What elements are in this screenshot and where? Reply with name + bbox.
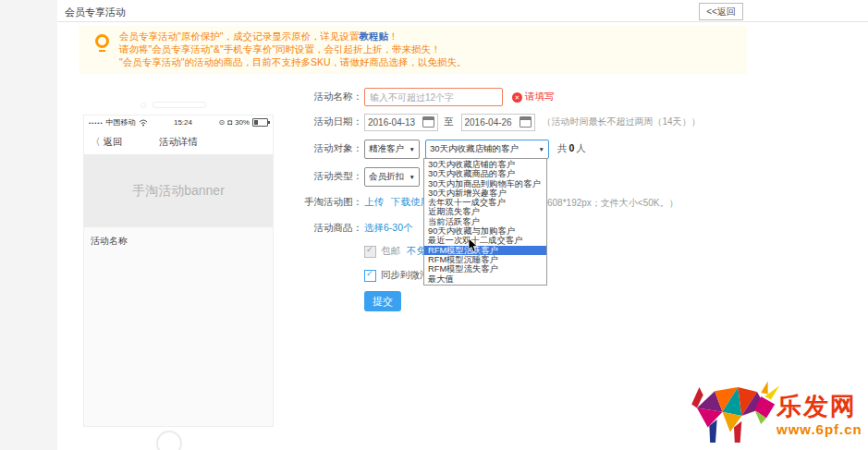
activity-type-label: 活动类型： xyxy=(288,170,362,183)
notice-line-1-text: 会员专享活动"原价保护"，成交记录显示原价，详见设置 xyxy=(119,30,359,42)
target-type-select[interactable]: 精准客户 ▼ xyxy=(364,140,420,159)
banner-image-note: 608*192px；文件大小<50K。） xyxy=(547,197,678,210)
activity-date-row: 活动日期： 2016-04-13 至 2016-04-26 （活动时间最长不超过… xyxy=(288,112,701,132)
sync-weitao-checkbox[interactable] xyxy=(364,270,376,282)
select-products-link[interactable]: 选择6-30个 xyxy=(364,222,413,235)
page-title: 会员专享活动 xyxy=(65,6,126,19)
watermark-brand: 乐发网 xyxy=(776,390,857,423)
battery-percent: 30% xyxy=(235,118,250,127)
dropdown-option[interactable]: RFM模型流失客户 xyxy=(424,264,546,274)
notice-box: 会员专享活动"原价保护"，成交记录显示原价，详见设置教程贴！ 请勿将"会员专享活… xyxy=(79,26,747,74)
dropdown-option[interactable]: 去年双十一成交客户 xyxy=(424,198,546,207)
count-suffix: 人 xyxy=(576,142,586,153)
submit-button[interactable]: 提交 xyxy=(364,291,401,311)
mouse-cursor-icon xyxy=(468,238,479,253)
phone-speaker xyxy=(153,102,206,108)
activity-name-label: 活动名称： xyxy=(288,91,362,103)
phone-content-area: 活动名称 xyxy=(84,227,273,426)
date-note: （活动时间最长不超过两周（14天）） xyxy=(543,116,701,128)
watermark-url: www.6pf.cn xyxy=(776,421,862,437)
activity-date-label: 活动日期： xyxy=(288,116,362,128)
end-date-input[interactable]: 2016-04-26 xyxy=(461,114,535,131)
carrier-label: 中国移动 xyxy=(106,117,136,128)
activity-type-row: 活动类型： 会员折扣 ▼ xyxy=(288,166,420,187)
start-date-input[interactable]: 2016-04-13 xyxy=(364,114,438,131)
start-date-value: 2016-04-13 xyxy=(368,117,415,128)
banner-image-row: 手淘活动图： 上传 下载使用图 xyxy=(288,192,440,213)
notice-line-2: 请勿将"会员专享活动"&"手机专享价"同时设置，会引起折上折，带来损失！ xyxy=(119,43,440,56)
dropdown-option[interactable]: 30天内收藏商品的客户 xyxy=(424,169,546,178)
activity-type-select[interactable]: 会员折扣 ▼ xyxy=(364,167,420,187)
activity-name-row: 活动名称： 请填写 xyxy=(288,87,555,107)
customer-segment-dropdown-list: 30天内收藏店铺的客户30天内收藏商品的客户30天内加商品到购物车的客户30天内… xyxy=(423,158,547,286)
customer-segment-select[interactable]: 30天内收藏店铺的客户 ▼ xyxy=(425,140,549,159)
error-text: 请填写 xyxy=(525,91,555,103)
left-gutter xyxy=(0,0,57,450)
dropdown-option[interactable]: RFM模型沉睡客户 xyxy=(424,255,546,264)
lock-icon: ◘ xyxy=(227,118,232,127)
phone-preview: ••••• 中国移动 15:24 ⊙ ◘ 30% 〈 返回 xyxy=(74,78,283,449)
calendar-icon[interactable] xyxy=(422,116,434,128)
dropdown-option[interactable]: 90天内收藏与加购客户 xyxy=(424,226,546,236)
notice-line-1-suffix: ！ xyxy=(388,30,398,42)
end-date-value: 2016-04-26 xyxy=(465,117,512,128)
battery-icon xyxy=(252,118,268,127)
error-icon xyxy=(512,92,522,103)
wifi-icon xyxy=(139,119,148,127)
phone-back-button: 〈 返回 xyxy=(91,136,122,149)
chevron-down-icon: ▼ xyxy=(539,146,544,152)
free-shipping-label: 包邮 xyxy=(381,245,400,258)
free-shipping-checkbox[interactable] xyxy=(364,246,376,258)
chevron-down-icon: ▼ xyxy=(410,174,415,180)
phone-home-button xyxy=(156,431,182,450)
back-button[interactable]: <<返回 xyxy=(699,3,743,20)
location-icon: ⊙ xyxy=(218,118,225,127)
target-count: 共0人 xyxy=(557,142,586,155)
phone-nav-bar: 〈 返回 活动详情 xyxy=(84,129,273,154)
calendar-icon[interactable] xyxy=(520,116,532,128)
notice-line-3: "会员专享活动"的活动的商品，目前不支持多SKU，请做好商品选择，以免损失。 xyxy=(119,56,467,69)
dropdown-option[interactable]: 最大值 xyxy=(424,274,546,284)
phone-time: 15:24 xyxy=(174,118,192,127)
date-separator: 至 xyxy=(444,116,454,128)
bull-logo-icon xyxy=(688,371,780,445)
activity-products-label: 活动商品： xyxy=(288,222,362,235)
activity-products-row: 活动商品： 选择6-30个 xyxy=(288,218,413,238)
watermark: 乐发网 www.6pf.cn xyxy=(688,371,868,450)
dropdown-option[interactable]: RFM模型活跃客户 xyxy=(424,246,546,255)
dropdown-option[interactable]: 近期流失客户 xyxy=(424,207,546,216)
phone-nav-title: 活动详情 xyxy=(159,136,198,149)
activity-type-value: 会员折扣 xyxy=(369,171,404,183)
target-type-value: 精准客户 xyxy=(369,143,404,155)
tutorial-link[interactable]: 教程贴 xyxy=(359,30,388,42)
dropdown-option[interactable]: 30天内收藏店铺的客户 xyxy=(424,160,546,169)
count-prefix: 共 xyxy=(557,142,568,153)
activity-target-row: 活动对象： 精准客户 ▼ 30天内收藏店铺的客户 ▼ 共0人 xyxy=(288,139,586,159)
banner-image-label: 手淘活动图： xyxy=(288,196,362,209)
page: 会员专享活动 <<返回 会员专享活动"原价保护"，成交记录显示原价，详见设置教程… xyxy=(0,0,868,450)
phone-status-bar: ••••• 中国移动 15:24 ⊙ ◘ 30% xyxy=(84,116,273,129)
phone-camera xyxy=(141,103,146,108)
phone-screen: ••••• 中国移动 15:24 ⊙ ◘ 30% 〈 返回 xyxy=(83,115,274,427)
dropdown-option[interactable]: 当前活跃客户 xyxy=(424,217,546,226)
phone-activity-name-label: 活动名称 xyxy=(91,236,128,246)
dropdown-option[interactable]: 30天内加商品到购物车的客户 xyxy=(424,179,546,189)
dropdown-option[interactable]: 最近一次双十二成交客户 xyxy=(424,236,546,245)
upload-link[interactable]: 上传 xyxy=(364,196,384,209)
phone-banner-placeholder: 手淘活动banner xyxy=(84,154,273,227)
sync-weitao-row: 同步到微淘广 xyxy=(288,265,439,286)
header-divider xyxy=(57,21,868,22)
count-value: 0 xyxy=(569,142,575,153)
lightbulb-icon xyxy=(95,34,112,53)
activity-target-label: 活动对象： xyxy=(288,142,362,155)
chevron-down-icon: ▼ xyxy=(410,146,415,152)
dropdown-option[interactable]: 30天内新增兴趣客户 xyxy=(424,189,546,198)
activity-name-input[interactable] xyxy=(364,88,503,106)
signal-icon: ••••• xyxy=(89,120,104,126)
notice-line-1: 会员专享活动"原价保护"，成交记录显示原价，详见设置教程贴！ xyxy=(119,30,397,43)
customer-segment-value: 30天内收藏店铺的客户 xyxy=(430,143,519,155)
name-error: 请填写 xyxy=(512,91,555,103)
